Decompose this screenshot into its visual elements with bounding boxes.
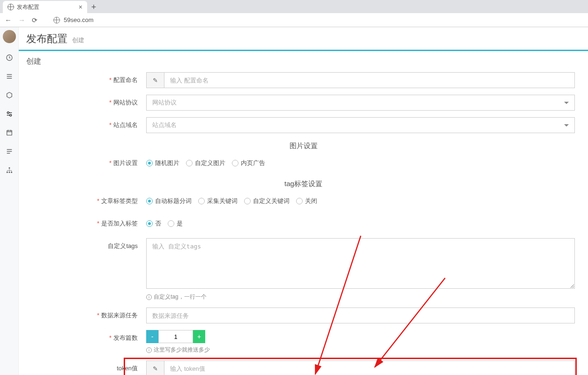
- info-icon: i: [146, 294, 152, 300]
- radio-label: 内页广告: [241, 159, 265, 167]
- radio-label: 自定义图片: [195, 159, 225, 167]
- browser-tab[interactable]: 发布配置 ×: [3, 1, 87, 13]
- radio-icon: [296, 198, 303, 204]
- join-tag-radios: 否是: [146, 216, 575, 228]
- svg-rect-3: [7, 130, 12, 135]
- site-protocol-select[interactable]: 网站协议: [146, 95, 575, 111]
- svg-rect-7: [11, 172, 12, 173]
- section-image-settings: 图片设置: [32, 140, 575, 155]
- radio-article_tag_type-3[interactable]: 关闭: [296, 197, 317, 205]
- config-name-input[interactable]: [164, 72, 575, 88]
- url-text: 59seo.com: [64, 16, 94, 23]
- token-input[interactable]: [164, 360, 575, 375]
- avatar[interactable]: [3, 30, 16, 43]
- new-tab-button[interactable]: +: [87, 1, 100, 13]
- increment-button[interactable]: +: [193, 330, 205, 343]
- panel-title: 创建: [22, 51, 584, 72]
- svg-rect-5: [7, 172, 8, 173]
- radio-icon: [146, 198, 153, 204]
- globe-icon: [7, 4, 14, 10]
- radio-article_tag_type-1[interactable]: 采集关键词: [198, 197, 238, 205]
- page-subtitle: 创建: [72, 37, 84, 44]
- radio-icon: [198, 198, 205, 204]
- page-title: 发布配置: [26, 33, 67, 45]
- tab-title: 发布配置: [17, 3, 39, 11]
- label-token: token值: [32, 360, 146, 373]
- radio-article_tag_type-0[interactable]: 自动标题分词: [146, 197, 192, 205]
- article-tag-type-radios: 自动标题分词采集关键词自定义关键词关闭: [146, 193, 575, 205]
- svg-point-1: [7, 112, 9, 113]
- label-custom-tags: 自定义tags: [32, 238, 146, 250]
- radio-icon: [232, 160, 238, 166]
- radio-icon: [168, 220, 174, 227]
- radio-join_tag-0[interactable]: 否: [146, 219, 161, 228]
- sidebar: [0, 27, 19, 375]
- site-domain-select[interactable]: 站点域名: [146, 117, 575, 133]
- radio-label: 关闭: [305, 197, 317, 205]
- sitemap-icon[interactable]: [5, 166, 14, 174]
- globe-icon: [53, 17, 60, 23]
- url-bar[interactable]: 59seo.com: [44, 16, 94, 23]
- custom-tags-textarea[interactable]: [146, 238, 575, 289]
- custom-tags-help: i自定义tag，一行一个: [146, 293, 575, 301]
- label-publish-count: *发布篇数: [32, 330, 146, 342]
- label-site-domain: *站点域名: [32, 117, 146, 129]
- radio-label: 自动标题分词: [155, 197, 192, 205]
- svg-rect-4: [8, 167, 10, 169]
- back-button[interactable]: ←: [5, 16, 12, 24]
- radio-label: 采集关键词: [207, 197, 238, 205]
- label-config-name: *配置命名: [32, 72, 146, 84]
- label-join-tag: *是否加入标签: [32, 216, 146, 228]
- forward-button: →: [18, 16, 25, 24]
- label-data-source: *数据来源任务: [32, 308, 146, 320]
- hex-icon[interactable]: [5, 91, 14, 99]
- radio-image_setting-0[interactable]: 随机图片: [146, 159, 179, 167]
- info-icon: i: [146, 347, 152, 353]
- dashboard-icon[interactable]: [5, 53, 14, 62]
- section-tag-settings: tag标签设置: [32, 178, 575, 193]
- radio-icon: [244, 198, 251, 204]
- radio-label: 是: [177, 219, 183, 228]
- radio-image_setting-1[interactable]: 自定义图片: [186, 159, 225, 167]
- svg-rect-6: [8, 172, 10, 173]
- label-image-setting: *图片设置: [32, 155, 146, 167]
- label-site-protocol: *网站协议: [32, 95, 146, 107]
- label-article-tag-type: *文章标签类型: [32, 193, 146, 205]
- calendar-icon[interactable]: [5, 128, 14, 137]
- browser-tab-strip: 发布配置 × +: [0, 0, 588, 13]
- svg-point-2: [9, 114, 11, 116]
- reload-button[interactable]: ⟳: [32, 16, 37, 24]
- image-setting-radios: 随机图片自定义图片内页广告: [146, 155, 575, 167]
- publish-count-input[interactable]: [158, 330, 193, 343]
- radio-icon: [146, 220, 153, 227]
- pencil-icon: ✎: [146, 72, 164, 88]
- page-header: 发布配置 创建: [19, 27, 588, 51]
- menu-icon[interactable]: [5, 72, 14, 81]
- settings-icon[interactable]: [5, 110, 14, 118]
- list-icon[interactable]: [5, 147, 14, 156]
- tab-close-icon[interactable]: ×: [79, 3, 82, 11]
- data-source-input[interactable]: [146, 308, 575, 323]
- radio-join_tag-1[interactable]: 是: [168, 219, 183, 228]
- browser-toolbar: ← → ⟳ 59seo.com: [0, 13, 588, 27]
- radio-label: 随机图片: [155, 159, 179, 167]
- radio-label: 自定义关键词: [253, 197, 290, 205]
- radio-icon: [186, 160, 193, 166]
- radio-label: 否: [155, 219, 161, 228]
- radio-article_tag_type-2[interactable]: 自定义关键词: [244, 197, 290, 205]
- pencil-icon: ✎: [146, 360, 164, 375]
- radio-image_setting-2[interactable]: 内页广告: [232, 159, 265, 167]
- decrement-button[interactable]: -: [146, 330, 158, 343]
- publish-count-help: i这里写多少就推送多少: [146, 346, 575, 354]
- radio-icon: [146, 160, 153, 166]
